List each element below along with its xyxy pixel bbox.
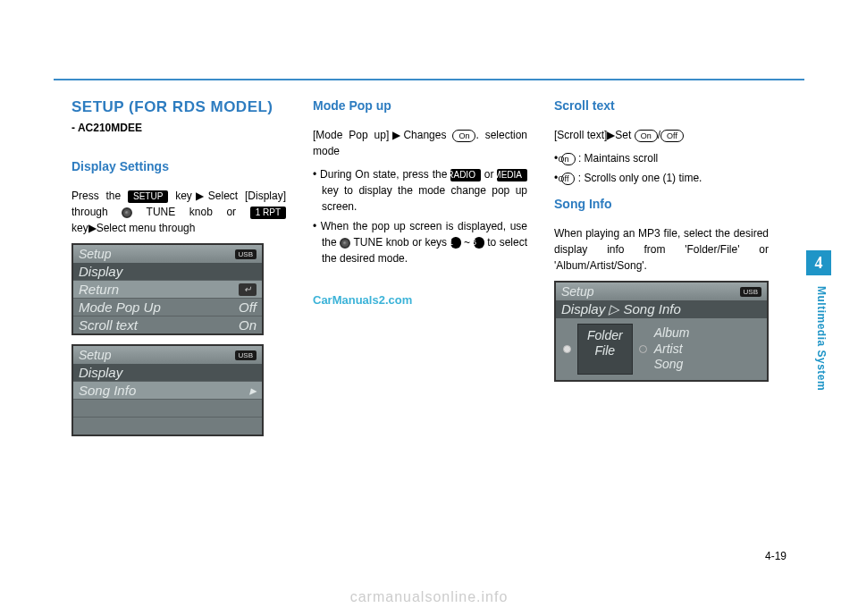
option-album-artist-song: Album Artist Song xyxy=(654,324,690,375)
text: Select menu through xyxy=(97,222,196,234)
text: Press the xyxy=(72,190,128,202)
screenshot-song-info-select: Setup USB Display ▷ Song Info Folder Fil… xyxy=(554,281,769,382)
radio-filled-icon xyxy=(563,345,571,353)
list-item: On : Maintains scroll xyxy=(554,150,769,166)
arrow-icon: ▶ xyxy=(607,129,615,141)
list-item: Off : Scrolls only one (1) time. xyxy=(554,170,769,186)
ss-row-scroll-text: Scroll text On xyxy=(73,316,262,333)
arrow-icon: ▶ xyxy=(192,190,208,202)
list-item: When the pop up screen is displayed, use… xyxy=(313,218,527,266)
ss-value: Off xyxy=(239,300,257,315)
text: Set xyxy=(615,129,634,141)
usb-badge: USB xyxy=(235,249,257,259)
media-key: MEDIA xyxy=(497,169,527,181)
heading-scroll-text: Scroll text xyxy=(554,98,769,113)
arrow-icon: ▶ xyxy=(88,222,97,234)
radio-empty-icon xyxy=(639,345,647,353)
ss-header: Setup USB xyxy=(73,245,262,263)
ss-body: Folder File Album Artist Song xyxy=(556,318,767,380)
watermark-bottom: carmanualsonline.info xyxy=(0,589,858,605)
text: TUNE knob or keys xyxy=(350,236,450,249)
text: : Maintains scroll xyxy=(576,152,659,165)
ss-row-empty xyxy=(73,399,262,417)
text: During On state, press the xyxy=(320,168,450,181)
heading-song-info: Song Info xyxy=(554,197,769,211)
on-pill: On xyxy=(635,130,658,142)
chapter-tab: 4 xyxy=(806,250,831,275)
key-1: 1 xyxy=(450,237,461,249)
tune-knob-icon xyxy=(340,238,350,249)
top-rule xyxy=(54,79,804,80)
text: [Mode Pop up] xyxy=(313,129,389,141)
off-pill: Off xyxy=(660,130,684,142)
ss-section: Display xyxy=(73,364,262,381)
ss-title: Setup xyxy=(79,348,112,362)
song-info-para: When playing an MP3 file, select the des… xyxy=(554,225,769,274)
scroll-text-list: On : Maintains scroll Off : Scrolls only… xyxy=(554,150,769,186)
key-6: 6 xyxy=(474,237,484,249)
ss-title: Setup xyxy=(561,284,594,299)
text: [Scroll text] xyxy=(554,129,607,141)
heading-display-settings: Display Settings xyxy=(72,159,286,173)
column-2: Mode Pop up [Mode Pop up]▶Changes On. se… xyxy=(313,98,527,445)
ss-row-empty xyxy=(73,417,262,435)
on-pill: On xyxy=(561,153,576,165)
chevron-right-icon: ▸ xyxy=(249,383,257,399)
ss-header: Setup USB xyxy=(73,346,262,364)
ss-row-return: Return ↵ xyxy=(73,280,262,298)
heading-mode-popup: Mode Pop up xyxy=(313,98,527,113)
display-settings-para: Press the SETUP key▶Select [Display] thr… xyxy=(72,188,286,236)
screenshot-song-info-menu: Setup USB Display Song Info ▸ xyxy=(72,344,264,436)
setup-key: SETUP xyxy=(128,190,168,203)
text: Artist xyxy=(654,342,690,358)
arrow-icon: ▶ xyxy=(389,129,403,141)
model-code: - AC210MDEE xyxy=(72,122,286,134)
text: Song xyxy=(654,357,690,373)
off-pill: Off xyxy=(561,173,576,185)
ss-row-mode-popup: Mode Pop Up Off xyxy=(73,298,262,316)
text: File xyxy=(587,343,623,359)
ss-header: Setup USB xyxy=(556,283,767,300)
ss-label: Mode Pop Up xyxy=(79,300,161,315)
one-rpt-key: 1 RPT xyxy=(250,207,286,219)
text: Album xyxy=(654,325,690,342)
page-number: 4-19 xyxy=(765,550,786,562)
text: key xyxy=(72,222,88,234)
usb-badge: USB xyxy=(235,350,257,360)
ss-breadcrumb: Display ▷ Song Info xyxy=(556,300,767,318)
radio-key: RADIO xyxy=(450,169,481,181)
page-title: SETUP (FOR RDS MODEL) xyxy=(72,98,286,116)
text: Changes xyxy=(403,129,452,141)
column-3: Scroll text [Scroll text]▶Set On/Off On … xyxy=(554,98,769,445)
ss-label: Return xyxy=(79,282,119,297)
radio-selected xyxy=(561,324,572,375)
ss-value: On xyxy=(239,317,257,333)
text: key to display the mode change pop up sc… xyxy=(322,184,527,213)
return-icon: ↵ xyxy=(239,283,257,296)
screenshot-display-menu: Setup USB Display Return ↵ Mode Pop Up O… xyxy=(72,243,264,335)
list-item: During On state, press the RADIO or MEDI… xyxy=(313,166,527,215)
text: key xyxy=(175,190,192,202)
scroll-text-para: [Scroll text]▶Set On/Off xyxy=(554,127,769,143)
mode-popup-list: During On state, press the RADIO or MEDI… xyxy=(313,166,527,266)
ss-label: Scroll text xyxy=(79,317,138,333)
ss-label: Song Info xyxy=(79,383,136,398)
page-content: SETUP (FOR RDS MODEL) - AC210MDEE Displa… xyxy=(72,98,769,445)
radio-unselected xyxy=(638,324,649,375)
ss-section: Display xyxy=(73,263,262,280)
ss-title: Setup xyxy=(79,247,112,261)
usb-badge: USB xyxy=(740,287,761,297)
mode-popup-para: [Mode Pop up]▶Changes On. selection mode xyxy=(313,127,527,159)
chapter-label: Multimedia System xyxy=(815,286,828,391)
text: Folder xyxy=(587,328,623,343)
on-pill: On xyxy=(452,130,475,142)
column-1: SETUP (FOR RDS MODEL) - AC210MDEE Displa… xyxy=(72,98,286,445)
option-folder-file: Folder File xyxy=(577,324,633,375)
watermark-mid: CarManuals2.com xyxy=(313,293,527,307)
text: TUNE knob or xyxy=(147,206,250,218)
text: : Scrolls only one (1) time. xyxy=(575,172,702,184)
tune-knob-icon xyxy=(122,207,132,218)
ss-row-song-info: Song Info ▸ xyxy=(73,381,262,399)
